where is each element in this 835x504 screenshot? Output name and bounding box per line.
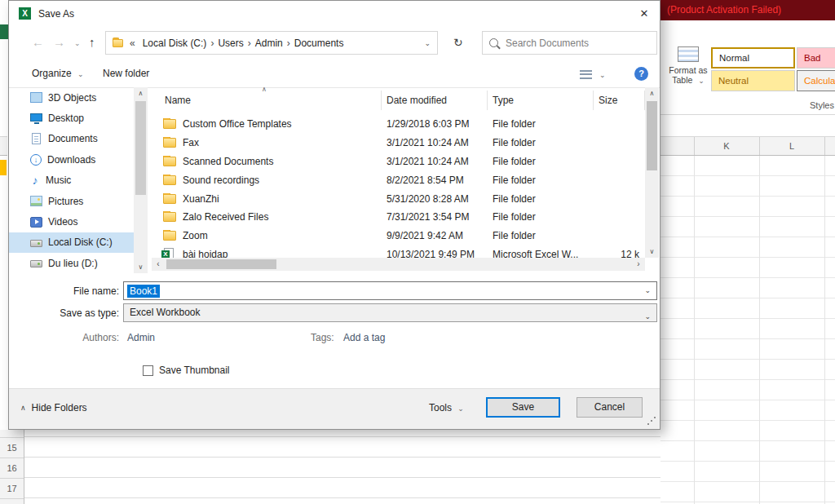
row-header-16[interactable]: 16 (0, 458, 24, 479)
hide-folders-button[interactable]: ∧ Hide Folders (20, 402, 87, 413)
save-button[interactable]: Save (486, 397, 560, 418)
address-bar[interactable]: « Local Disk (C:) › Users › Admin › Docu… (105, 31, 438, 55)
row-header-17[interactable]: 17 (0, 479, 24, 499)
file-row[interactable]: Zoom 9/9/2021 9:42 AM File folder (152, 227, 653, 245)
file-row[interactable]: Zalo Received Files 7/31/2021 3:54 PM Fi… (152, 208, 653, 227)
chevron-down-icon[interactable]: ⌄ (644, 308, 651, 325)
authors-value[interactable]: Admin (127, 332, 155, 343)
up-icon[interactable]: ↑ (89, 35, 95, 49)
style-normal[interactable]: Normal (711, 47, 795, 69)
excel-column-headers: K L (660, 136, 835, 156)
column-header-date-modified[interactable]: Date modified (382, 91, 488, 110)
file-date: 10/13/2021 9:49 PM (382, 249, 488, 258)
chevron-down-icon: ⌄ (454, 405, 464, 413)
address-dropdown-icon[interactable]: ⌄ (424, 39, 432, 47)
save-as-dialog: X Save As ✕ ← → ⌄ ↑ « Local Disk (C:) › … (8, 0, 660, 430)
file-name-input[interactable]: Book1 ⌄ (123, 281, 657, 300)
folder-icon (163, 119, 176, 129)
sidebar-item-downloads[interactable]: ↓ Downloads (9, 149, 148, 170)
scroll-up-icon[interactable]: ∧ (134, 87, 148, 99)
scroll-up-icon[interactable]: ∧ (645, 87, 659, 99)
file-list: ∧ Name Date modified Type Size Custom Of… (152, 87, 653, 258)
breadcrumb-item-users[interactable]: Users (214, 38, 247, 49)
file-list-header: ∧ Name Date modified Type Size (152, 91, 653, 110)
file-list-horizontal-scrollbar[interactable]: ‹ › (152, 258, 645, 271)
breadcrumb-item-admin[interactable]: Admin (251, 38, 287, 49)
save-thumbnail-option[interactable]: Save Thumbnail (143, 365, 230, 376)
breadcrumb-overflow-icon[interactable]: « (126, 38, 139, 49)
list-view-icon (580, 70, 592, 79)
sidebar-item-music[interactable]: ♪ Music (9, 170, 148, 191)
file-row[interactable]: Sound recordings 8/2/2021 8:54 PM File f… (152, 170, 653, 189)
file-name: XuanZhi (183, 193, 219, 205)
recent-locations-chevron-icon[interactable]: ⌄ (74, 39, 81, 47)
sidebar-item-documents[interactable]: Documents (9, 129, 148, 149)
resize-grip[interactable] (647, 416, 656, 426)
sidebar-item-videos[interactable]: Videos (9, 211, 148, 232)
cancel-button[interactable]: Cancel (577, 397, 643, 418)
back-icon[interactable]: ← (32, 35, 44, 49)
dialog-titlebar[interactable]: X Save As ✕ (9, 1, 660, 27)
file-row[interactable]: Fax 3/1/2021 10:24 AM File folder (152, 134, 653, 153)
scrollbar-thumb[interactable] (166, 259, 276, 269)
file-name-label: File name: (9, 285, 119, 297)
format-as-table-label-2: Table (672, 75, 692, 85)
save-thumbnail-checkbox[interactable] (143, 365, 153, 376)
sidebar-scrollbar[interactable]: ∧ ∨ (134, 87, 148, 273)
close-icon[interactable]: ✕ (634, 5, 655, 23)
file-row[interactable]: bài hoidap 10/13/2021 9:49 PM Microsoft … (152, 245, 653, 258)
sidebar-item-local-disk-c[interactable]: Local Disk (C:) (9, 232, 148, 253)
file-date: 3/1/2021 10:24 AM (382, 156, 488, 167)
breadcrumb-item-documents[interactable]: Documents (290, 38, 348, 49)
style-calculation[interactable]: Calculation (797, 70, 835, 91)
column-header-size[interactable]: Size (594, 91, 645, 110)
search-box[interactable] (482, 31, 657, 55)
refresh-icon[interactable]: ↻ (453, 36, 463, 49)
excel-titlebar[interactable]: (Product Activation Failed) (660, 0, 835, 20)
column-header-l[interactable]: L (759, 137, 824, 155)
file-row[interactable]: XuanZhi 5/31/2020 8:28 AM File folder (152, 189, 653, 208)
format-as-table-button[interactable]: Format as Table ⌄ (665, 46, 711, 86)
style-neutral[interactable]: Neutral (711, 70, 795, 91)
file-type: File folder (488, 156, 594, 167)
scroll-down-icon[interactable]: ∨ (645, 245, 659, 258)
tools-dropdown[interactable]: Tools ⌄ (429, 402, 464, 413)
file-name: Sound recordings (183, 175, 259, 186)
scrollbar-thumb[interactable] (647, 101, 657, 170)
style-bad[interactable]: Bad (797, 47, 835, 69)
folder-icon (163, 194, 176, 204)
help-icon[interactable]: ? (634, 67, 648, 81)
sidebar-item-du-lieu-d[interactable]: Du lieu (D:) (9, 253, 148, 273)
scrollbar-thumb[interactable] (135, 101, 146, 195)
scroll-down-icon[interactable]: ∨ (134, 261, 148, 273)
column-header-k[interactable]: K (694, 137, 759, 155)
row-header-partial (0, 430, 24, 438)
chevron-down-icon: ⌄ (695, 77, 705, 85)
file-type: File folder (488, 118, 594, 130)
folder-icon (163, 231, 176, 241)
forward-icon[interactable]: → (53, 35, 65, 49)
scroll-right-icon[interactable]: › (632, 258, 645, 271)
row-header-15[interactable]: 15 (0, 438, 24, 458)
new-folder-button[interactable]: New folder (103, 68, 149, 79)
change-view-button[interactable]: ⌄ (580, 70, 606, 79)
breadcrumb-item-local-disk[interactable]: Local Disk (C:) (139, 38, 211, 49)
screen: (Product Activation Failed) Format as Ta… (0, 0, 835, 504)
sidebar-item-pictures[interactable]: Pictures (9, 191, 148, 211)
column-header-type[interactable]: Type (488, 91, 594, 110)
chevron-down-icon[interactable]: ⌄ (644, 286, 651, 294)
file-list-vertical-scrollbar[interactable]: ∧ ∨ (645, 87, 659, 258)
file-row[interactable]: Scanned Documents 3/1/2021 10:24 AM File… (152, 153, 653, 171)
organize-button[interactable]: Organize ⌄ (32, 68, 84, 79)
sidebar-item-desktop[interactable]: Desktop (9, 108, 148, 128)
sidebar-item-3d-objects[interactable]: 3D Objects (9, 87, 148, 108)
save-as-type-select[interactable]: Excel Workbook ⌄ (123, 303, 657, 322)
scroll-left-icon[interactable]: ‹ (152, 258, 165, 271)
sidebar-item-label: Desktop (48, 113, 84, 124)
file-row[interactable]: Custom Office Templates 1/29/2018 6:03 P… (152, 115, 653, 134)
add-a-tag-link[interactable]: Add a tag (343, 332, 385, 343)
search-input[interactable] (504, 37, 650, 50)
desktop-icon (30, 113, 42, 122)
column-header-name[interactable]: Name (152, 91, 382, 110)
sidebar-item-label: Music (46, 175, 71, 186)
